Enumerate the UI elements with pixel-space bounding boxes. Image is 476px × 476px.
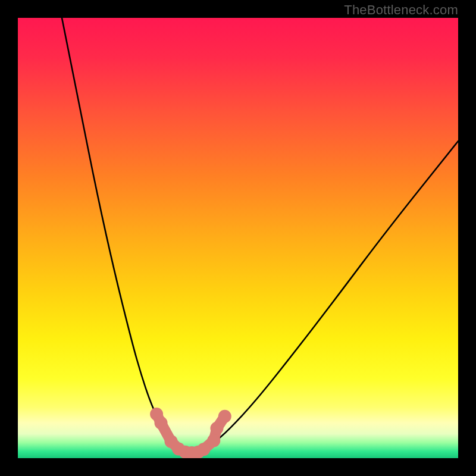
watermark-text: TheBottleneck.com xyxy=(344,2,458,18)
curve-marker xyxy=(155,416,168,430)
bottleneck-curve xyxy=(18,18,458,458)
curve-marker xyxy=(210,422,223,435)
curve-marker xyxy=(207,434,220,447)
curve-marker xyxy=(197,443,210,456)
plot-area xyxy=(18,18,458,458)
chart-frame: TheBottleneck.com xyxy=(0,0,476,476)
curve-marker xyxy=(218,410,231,423)
